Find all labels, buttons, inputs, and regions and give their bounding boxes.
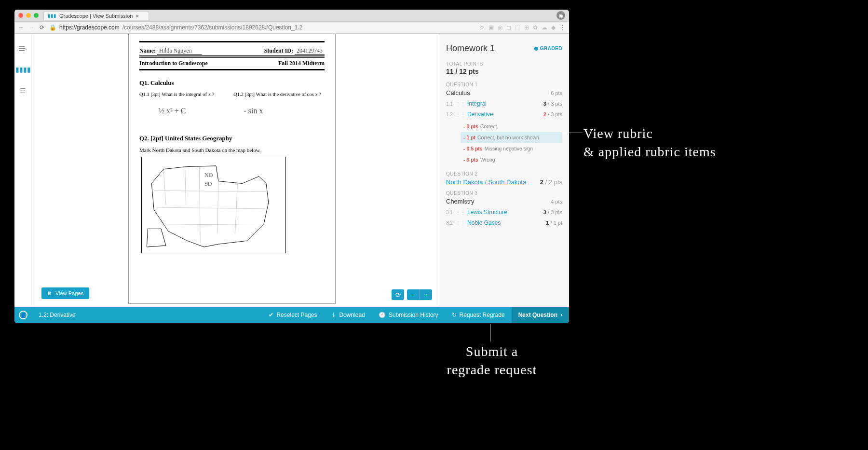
extension-icons: ☆ ▣ ◎ ◻ ⬚ ⊞ ✿ ☁ ◆ ⋮ [479,24,565,31]
sub-1-2-score-of: / 3 pts [546,111,562,117]
rubric-points: - 0 pts [463,123,478,129]
sub-1-1-link[interactable]: Integral [467,100,543,107]
sub-1-1-score-of: / 3 pts [546,101,562,107]
page-icon: 🗎 [47,290,53,296]
question-breadcrumb: 1.2: Derivative [32,312,76,318]
download-button[interactable]: ⭳Download [324,307,372,323]
drag-handle-icon[interactable]: ⋮⋮ [456,210,465,215]
rubric-item[interactable]: - 1 ptCorrect, but no work shown. [461,132,562,143]
submission-page[interactable]: Name: Hilda Nguyen Student ID: 204129743… [128,34,336,304]
kebab-menu-icon[interactable]: ⋮ [559,24,565,31]
q1-2-answer: - sin x [244,107,263,115]
lock-icon: 🔒 [49,24,56,31]
download-label: Download [339,312,365,318]
rubric-text: Correct, but no work shown. [477,135,541,140]
address-bar: ← → ⟳ 🔒 https://gradescope.com/courses/2… [14,21,569,34]
back-button[interactable]: ← [18,24,24,31]
q1-1-text: Q1.1 [3pt] What is the integral of x ? [139,92,214,97]
window-controls[interactable] [18,13,39,18]
url-path: /courses/2488/assignments/7362/submissio… [122,24,303,31]
map-label-sd: SD [204,180,212,188]
ext-icon-6[interactable]: ☁ [542,24,547,31]
question-3-label: QUESTION 3 [446,191,562,196]
submission-history-label: Submission History [389,312,438,318]
callout-regrade: Submit aregrade request [439,342,545,379]
question-2-label: QUESTION 2 [446,171,562,177]
drag-handle-icon[interactable]: ⋮⋮ [456,220,465,226]
sub-3-1-link[interactable]: Lewis Structure [467,209,543,216]
drag-handle-icon[interactable]: ⋮⋮ [456,112,465,117]
student-name: Hilda Nguyen [157,47,202,55]
next-question-label: Next Question [518,312,557,318]
cast-icon[interactable]: ▣ [488,24,494,31]
ext-icon-1[interactable]: ◎ [498,24,502,31]
graded-badge: GRADED [534,46,562,51]
refresh-icon: ↻ [452,312,457,318]
reselect-pages-button[interactable]: ✔Reselect Pages [262,307,324,323]
callout-leader-1 [564,133,583,133]
question-1-label: QUESTION 1 [446,82,562,87]
view-pages-button[interactable]: 🗎 View Pages [41,287,89,299]
ext-icon-2[interactable]: ◻ [506,24,511,31]
footer-bar: 👤 1.2: Derivative ✔Reselect Pages ⭳Downl… [14,307,569,323]
sub-3-2-score-of: / 1 pt [549,220,562,226]
rubric-points: - 0.5 pts [463,146,483,151]
sub-3-2-link[interactable]: Noble Gases [467,219,546,226]
left-rail: › ▮▮▮▮ ☰ [14,34,32,307]
question-1-name: Calculus [446,89,470,96]
ext-icon-4[interactable]: ⊞ [524,24,529,31]
list-icon[interactable]: ☰ [20,87,26,95]
zoom-in-button[interactable]: + [420,289,432,300]
assignment-title: Homework 1 [446,43,495,54]
question-2-score-of: / 2 pts [543,178,562,186]
url-field[interactable]: 🔒 https://gradescope.com/courses/2488/as… [49,24,475,31]
rubric-item[interactable]: - 0.5 ptsMissing negative sign [461,143,562,154]
ext-icon-5[interactable]: ✿ [533,24,538,31]
name-label: Name: [139,47,156,54]
callout-rubric: View rubric& applied rubric items [583,124,716,161]
request-regrade-button[interactable]: ↻Request Regrade [445,307,512,323]
stats-icon[interactable]: ▮▮▮▮ [15,66,31,73]
user-avatar[interactable]: 👤 [14,311,32,319]
q1-1-answer: ½ x² + C [159,107,186,115]
next-question-button[interactable]: Next Question› [512,307,569,323]
q2-heading: Q2. [2pt] United States Geography [139,135,325,142]
outline-toggle-icon[interactable]: › [19,45,27,52]
star-icon[interactable]: ☆ [479,24,485,31]
sub-1-1-number: 1.1 [446,101,456,107]
tab-title: Gradescope | View Submission [59,13,133,19]
rubric-item[interactable]: - 3 ptsWrong [461,154,562,165]
browser-window: ▮▮▮ Gradescope | View Submission × ◉ ← →… [14,10,569,323]
id-label: Student ID: [264,47,293,54]
question-2-score: 2 [540,178,543,186]
request-regrade-label: Request Regrade [460,312,505,318]
ext-icon-7[interactable]: ◆ [551,24,556,31]
submission-history-button[interactable]: 🕘Submission History [372,307,445,323]
tab-strip: ▮▮▮ Gradescope | View Submission × ◉ [14,10,569,21]
q1-heading: Q1. Calculus [139,79,325,87]
question-2-link[interactable]: North Dakota / South Dakota [446,178,526,186]
sub-3-1-number: 3.1 [446,210,456,215]
tab-close-icon[interactable]: × [136,13,138,19]
ext-icon-3[interactable]: ⬚ [515,24,520,31]
zoom-out-button[interactable]: − [407,289,420,300]
profile-icon[interactable]: ◉ [556,11,565,20]
browser-tab[interactable]: ▮▮▮ Gradescope | View Submission × [43,11,149,20]
map-label-nd: NO [204,172,213,179]
close-window-icon[interactable] [18,13,23,18]
rubric-points: - 1 pt [463,135,475,140]
forward-button[interactable]: → [29,24,35,31]
sub-1-2-link[interactable]: Derivative [467,111,543,118]
reload-button[interactable]: ⟳ [40,24,44,31]
drag-handle-icon[interactable]: ⋮⋮ [456,101,465,107]
check-icon: ✔ [269,312,273,318]
course-title: Introduction to Gradescope [139,60,208,67]
url-domain: https://gradescope.com [59,24,120,31]
minimize-window-icon[interactable] [26,13,31,18]
rubric-points: - 3 pts [463,157,478,163]
q2-description: Mark North Dakota and South Dakota on th… [139,147,325,153]
rotate-button[interactable]: ⟳ [392,289,404,300]
maximize-window-icon[interactable] [34,13,39,18]
reselect-pages-label: Reselect Pages [276,312,317,318]
rubric-item[interactable]: - 0 ptsCorrect [461,121,562,132]
